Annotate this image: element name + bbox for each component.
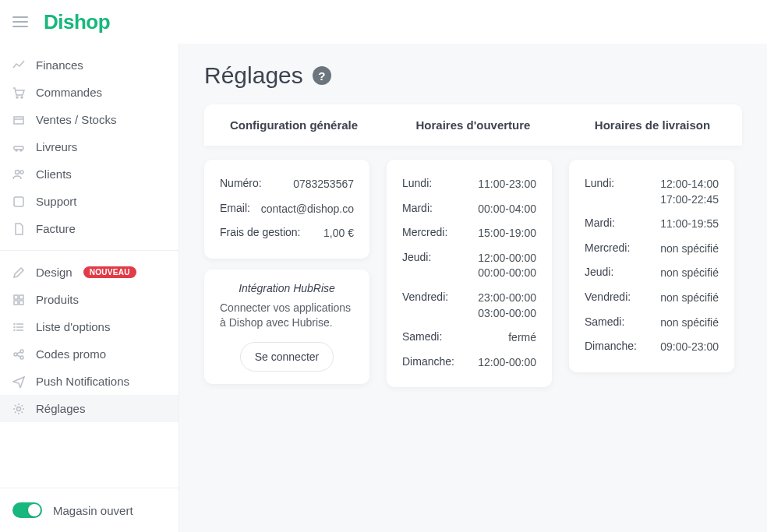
delivery-hours-card: Lundi:12:00-14:00 17:00-22:45Mardi:11:00… (569, 160, 734, 372)
store-open-toggle[interactable] (12, 502, 42, 518)
main-content: Réglages ? Configuration générale Horair… (179, 44, 767, 532)
support-icon (12, 196, 25, 208)
brand-logo: Dishop (44, 10, 110, 34)
delivery-hours-day: Samedi: (585, 315, 624, 328)
opening-hours-day: Mardi: (402, 202, 433, 214)
svg-point-22 (20, 356, 23, 359)
config-number-value: 0783253567 (293, 177, 354, 192)
opening-hours-value: 12:00-00:00 00:00-00:00 (478, 251, 536, 281)
badge-new: NOUVEAU (83, 266, 136, 278)
svg-point-20 (14, 353, 17, 356)
sidebar-item-ventes-stocks[interactable]: Ventes / Stocks (0, 106, 178, 133)
svg-point-8 (20, 171, 23, 174)
sidebar-item-liste-d-options[interactable]: Liste d'options (0, 313, 178, 340)
opening-hours-value: 15:00-19:00 (478, 226, 536, 241)
config-number-label: Numéro: (220, 177, 262, 189)
config-fee-label: Frais de gestion: (220, 226, 301, 238)
delivery-hours-row: Lundi:12:00-14:00 17:00-22:45 (585, 172, 719, 212)
config-card: Numéro: 0783253567 Email: contact@dishop… (204, 160, 369, 259)
sidebar-item-label: Livreurs (36, 140, 77, 153)
sidebar-item-label: Clients (36, 167, 72, 181)
list-icon (12, 321, 25, 333)
sidebar-item-label: Facture (36, 222, 76, 235)
sidebar-item-label: Commandes (36, 86, 102, 99)
help-icon[interactable]: ? (313, 66, 331, 85)
sidebar: FinancesCommandesVentes / StocksLivreurs… (0, 44, 179, 532)
delivery-hours-value: non spécifié (660, 241, 719, 257)
delivery-hours-value: non spécifié (660, 291, 719, 306)
delivery-hours-day: Mardi: (585, 217, 615, 229)
users-icon (12, 168, 25, 181)
svg-line-24 (17, 355, 20, 357)
tab-horaires-livraison[interactable]: Horaires de livraison (563, 104, 742, 146)
store-open-label: Magasin ouvert (53, 504, 133, 517)
sidebar-item-label: Push Notifications (36, 375, 129, 388)
delivery-hours-day: Lundi: (585, 177, 614, 189)
sidebar-item-label: Réglages (36, 402, 85, 415)
sidebar-item-label: Codes promo (36, 347, 106, 361)
sidebar-item-codes-promo[interactable]: Codes promo (0, 340, 178, 368)
delivery-hours-row: Vendredi:non spécifié (585, 286, 719, 311)
svg-rect-10 (14, 295, 18, 299)
opening-hours-row: Vendredi:23:00-00:00 03:00-00:00 (402, 286, 536, 326)
sidebar-item-facture[interactable]: Facture (0, 215, 178, 242)
chart-icon (12, 59, 25, 72)
svg-rect-9 (14, 197, 23, 206)
svg-rect-11 (19, 295, 23, 299)
gear-icon (12, 403, 25, 415)
opening-hours-value: 00:00-04:00 (478, 202, 536, 217)
file-icon (12, 223, 25, 235)
sidebar-item-clients[interactable]: Clients (0, 160, 178, 188)
sidebar-item-produits[interactable]: Produits (0, 286, 178, 313)
integration-desc: Connecter vos applications à Dishop avec… (220, 301, 354, 331)
delivery-hours-value: non spécifié (660, 315, 719, 331)
delivery-hours-row: Mardi:11:00-19:55 (585, 212, 719, 237)
tab-config-generale[interactable]: Configuration générale (204, 104, 384, 146)
svg-rect-13 (19, 301, 23, 305)
delivery-hours-row: Dimanche:09:00-23:00 (585, 335, 719, 360)
opening-hours-row: Dimanche:12:00-00:00 (402, 351, 536, 375)
opening-hours-day: Lundi: (402, 177, 432, 189)
sidebar-item-label: Produits (36, 293, 79, 306)
tabs: Configuration générale Horaires d'ouvert… (204, 104, 742, 146)
sidebar-item-commandes[interactable]: Commandes (0, 79, 178, 106)
opening-hours-card: Lundi:11:00-23:00Mardi:00:00-04:00Mercre… (387, 160, 552, 387)
cards-row: Numéro: 0783253567 Email: contact@dishop… (204, 160, 742, 387)
delivery-hours-day: Mercredi: (585, 241, 630, 254)
sidebar-item-r-glages[interactable]: Réglages (0, 395, 178, 422)
svg-rect-4 (14, 146, 23, 150)
svg-point-18 (14, 326, 15, 327)
sidebar-item-label: Finances (36, 58, 83, 72)
delivery-hours-row: Samedi:non spécifié (585, 311, 719, 336)
opening-hours-value: 11:00-23:00 (478, 177, 536, 192)
grid-icon (12, 294, 25, 306)
opening-hours-day: Mercredi: (402, 226, 447, 238)
svg-point-1 (21, 97, 23, 98)
sidebar-item-livreurs[interactable]: Livreurs (0, 133, 178, 160)
opening-hours-row: Jeudi:12:00-00:00 00:00-00:00 (402, 246, 536, 286)
connect-button[interactable]: Se connecter (240, 342, 334, 372)
sidebar-item-label: Ventes / Stocks (36, 113, 116, 126)
svg-rect-2 (14, 117, 23, 124)
delivery-hours-value: non spécifié (660, 266, 719, 281)
pencil-icon (12, 266, 25, 279)
svg-point-25 (17, 407, 21, 410)
tab-horaires-ouverture[interactable]: Horaires d'ouverture (384, 104, 563, 146)
sidebar-item-label: Design (36, 266, 72, 279)
topbar: Dishop (0, 0, 767, 44)
opening-hours-day: Dimanche: (402, 355, 454, 368)
delivery-hours-day: Jeudi: (585, 266, 613, 278)
box-icon (12, 114, 25, 126)
sidebar-item-support[interactable]: Support (0, 188, 178, 215)
opening-hours-row: Samedi:fermé (402, 326, 536, 351)
opening-hours-value: 12:00-00:00 (478, 355, 536, 371)
svg-point-17 (14, 323, 15, 324)
delivery-hours-value: 09:00-23:00 (660, 340, 719, 355)
sidebar-item-push-notifications[interactable]: Push Notifications (0, 368, 178, 395)
sidebar-item-finances[interactable]: Finances (0, 51, 178, 79)
config-email-label: Email: (220, 202, 250, 214)
sidebar-item-design[interactable]: DesignNOUVEAU (0, 259, 178, 286)
svg-point-7 (16, 170, 19, 174)
menu-toggle-icon[interactable] (12, 16, 28, 27)
svg-point-5 (16, 150, 17, 151)
